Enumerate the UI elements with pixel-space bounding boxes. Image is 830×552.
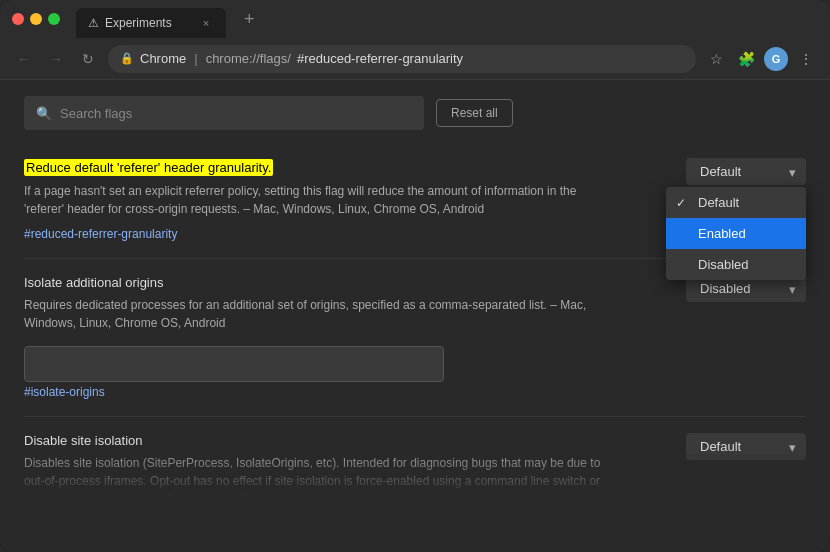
url-bar[interactable]: 🔒 Chrome | chrome://flags/#reduced-refer…: [108, 45, 696, 73]
search-bar-area: 🔍 Reset all: [0, 80, 830, 142]
search-input-wrapper: 🔍: [24, 96, 424, 130]
url-path: chrome://flags/: [206, 51, 291, 66]
tab-icon: ⚠: [88, 16, 99, 30]
forward-button[interactable]: →: [44, 47, 68, 71]
url-separator: |: [194, 51, 197, 66]
url-chrome-label: Chrome: [140, 51, 186, 66]
flag-title: Reduce default 'referer' header granular…: [24, 159, 273, 176]
flag-control-area: Default: [686, 433, 806, 460]
dropdown-wrapper: Default: [686, 433, 806, 460]
flag-item: Reduce default 'referer' header granular…: [24, 142, 806, 259]
maximize-button[interactable]: [48, 13, 60, 25]
flags-list: Reduce default 'referer' header granular…: [0, 142, 830, 552]
toolbar-right: ☆ 🧩 G ⋮: [704, 47, 818, 71]
search-input[interactable]: [60, 106, 412, 121]
dropdown-menu: ✓ Default Enabled Disabled: [666, 187, 806, 280]
browser-window: ⚠ Experiments × + ← → ↻ 🔒 Chrome | chrom…: [0, 0, 830, 552]
extension-icon[interactable]: 🧩: [734, 47, 758, 71]
dropdown-item-disabled[interactable]: Disabled: [666, 249, 806, 280]
flag-link[interactable]: #isolate-origins: [24, 385, 105, 399]
menu-icon[interactable]: ⋮: [794, 47, 818, 71]
close-button[interactable]: [12, 13, 24, 25]
flag-description: Disables site isolation (SitePerProcess,…: [24, 454, 604, 497]
flag-link[interactable]: #reduced-referrer-granularity: [24, 227, 177, 241]
reload-button[interactable]: ↻: [76, 47, 100, 71]
traffic-lights: [12, 13, 60, 25]
flag-dropdown-button[interactable]: Default: [686, 158, 806, 185]
flag-dropdown-button[interactable]: Default: [686, 433, 806, 460]
url-hash: #reduced-referrer-granularity: [297, 51, 463, 66]
new-tab-button[interactable]: +: [238, 9, 261, 30]
flag-item: Disable site isolation Disables site iso…: [24, 417, 806, 497]
flag-description: If a page hasn't set an explicit referre…: [24, 182, 604, 218]
title-bar: ⚠ Experiments × +: [0, 0, 830, 38]
dropdown-wrapper: Default ✓ Default Enabled Disabled: [686, 158, 806, 185]
search-icon: 🔍: [36, 106, 52, 121]
tab-title: Experiments: [105, 16, 172, 30]
dropdown-item-enabled[interactable]: Enabled: [666, 218, 806, 249]
reset-all-button[interactable]: Reset all: [436, 99, 513, 127]
dropdown-item-default[interactable]: ✓ Default: [666, 187, 806, 218]
flag-description: Requires dedicated processes for an addi…: [24, 296, 604, 332]
minimize-button[interactable]: [30, 13, 42, 25]
address-bar: ← → ↻ 🔒 Chrome | chrome://flags/#reduced…: [0, 38, 830, 80]
flags-content: 🔍 Reset all Reduce default 'referer' hea…: [0, 80, 830, 552]
flag-input[interactable]: [24, 346, 444, 382]
flag-control-area: Default ✓ Default Enabled Disabled: [686, 158, 806, 185]
secure-icon: 🔒: [120, 52, 134, 65]
browser-tab[interactable]: ⚠ Experiments ×: [76, 8, 226, 38]
back-button[interactable]: ←: [12, 47, 36, 71]
flag-item: Isolate additional origins Requires dedi…: [24, 259, 806, 417]
check-icon: ✓: [676, 196, 686, 210]
profile-avatar[interactable]: G: [764, 47, 788, 71]
tab-close-button[interactable]: ×: [198, 15, 214, 31]
bookmark-icon[interactable]: ☆: [704, 47, 728, 71]
